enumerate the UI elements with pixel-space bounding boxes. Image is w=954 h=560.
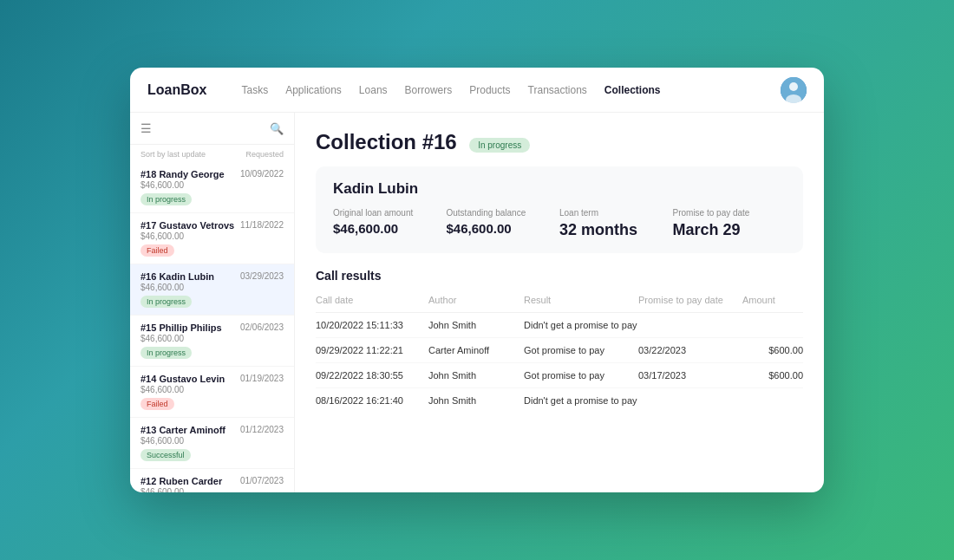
nav-transactions[interactable]: Transactions [528,84,587,96]
stat-original-loan-value: $46,600.00 [333,221,447,236]
item-14-date: 01/19/2023 [240,374,284,383]
item-16-date: 03/29/2023 [240,271,284,281]
item-14-badge: Failed [140,398,174,410]
stat-outstanding-balance: Outstanding balance $46,600.00 [447,208,560,239]
sidebar-toolbar: ☰ 🔍 [130,113,294,145]
table-header-row: Call date Author Result Promise to pay d… [316,291,803,313]
item-15-badge: In progress [140,347,192,359]
stat-promise-date-label: Promise to pay date [673,208,787,218]
item-12-date: 01/07/2023 [240,476,284,485]
filter-icon[interactable]: ☰ [140,121,152,135]
status-badge: In progress [469,138,530,153]
cell-promise-date [638,388,742,413]
item-16-badge: In progress [140,296,192,308]
col-header-date: Call date [316,291,428,313]
item-13-date: 01/12/2023 [240,425,284,434]
sidebar: ☰ 🔍 Sort by last update Requested 10/09/… [130,113,295,492]
item-17-amount: $46,600.00 [140,231,284,241]
cell-date: 08/16/2022 16:21:40 [316,388,428,413]
nav-links: Tasks Applications Loans Borrowers Produ… [241,84,781,96]
stat-loan-term-label: Loan term [559,208,673,218]
nav-loans[interactable]: Loans [359,84,388,96]
cell-amount: $600.00 [742,338,803,363]
stat-original-loan: Original loan amount $46,600.00 [333,208,447,239]
detail-title-row: Collection #16 In progress [316,130,803,154]
cell-author: John Smith [428,388,524,413]
cell-amount [742,313,803,338]
nav-applications[interactable]: Applications [285,84,342,96]
nav-products[interactable]: Products [469,84,510,96]
stat-outstanding-balance-value: $46,600.00 [447,221,560,236]
call-results-table: Call date Author Result Promise to pay d… [316,291,803,413]
col-header-result: Result [524,291,638,313]
requested-label: Requested [245,150,284,159]
stat-outstanding-balance-label: Outstanding balance [447,208,560,218]
detail-title: Collection #16 [316,130,457,153]
item-16-amount: $46,600.00 [140,283,284,292]
sidebar-item-12[interactable]: 01/07/2023 #12 Ruben Carder $46,600.00 S… [130,469,294,492]
table-row: 09/29/2022 11:22:21 Carter Aminoff Got p… [316,338,803,363]
cell-promise-date: 03/17/2023 [638,363,742,388]
item-13-amount: $46,600.00 [140,436,284,446]
col-header-author: Author [428,291,524,313]
cell-amount [742,388,803,413]
cell-author: John Smith [428,363,524,388]
stat-promise-date-value: March 29 [673,221,787,239]
cell-date: 10/20/2022 15:11:33 [316,313,428,338]
item-17-date: 11/18/2022 [240,220,284,230]
stat-loan-term: Loan term 32 months [559,208,673,239]
avatar-icon [781,77,807,103]
cell-promise-date: 03/22/2023 [638,338,742,363]
item-18-badge: In progress [140,193,192,205]
table-row: 09/22/2022 18:30:55 John Smith Got promi… [316,363,803,388]
stat-original-loan-label: Original loan amount [333,208,447,218]
item-14-amount: $46,600.00 [140,385,284,394]
sidebar-item-14[interactable]: 01/19/2023 #14 Gustavo Levin $46,600.00 … [130,367,294,418]
cell-author: Carter Aminoff [428,338,524,363]
cell-promise-date [638,313,742,338]
sidebar-item-18[interactable]: 10/09/2022 #18 Randy George $46,600.00 I… [130,162,294,213]
search-icon[interactable]: 🔍 [270,122,284,135]
sidebar-header: Sort by last update Requested [130,145,294,162]
cell-author: John Smith [428,313,524,338]
nav-borrowers[interactable]: Borrowers [405,84,453,96]
sidebar-item-16[interactable]: 03/29/2023 #16 Kadin Lubin $46,600.00 In… [130,264,294,316]
cell-result: Didn't get a promise to pay [524,313,638,338]
sidebar-item-13[interactable]: 01/12/2023 #13 Carter Aminoff $46,600.00… [130,418,294,469]
main-content: ☰ 🔍 Sort by last update Requested 10/09/… [130,113,824,492]
borrower-card: Kadin Lubin Original loan amount $46,600… [316,166,803,253]
stat-loan-term-value: 32 months [559,221,673,239]
item-15-date: 02/06/2023 [240,322,284,332]
app-logo: LoanBox [147,82,206,98]
sidebar-item-17[interactable]: 11/18/2022 #17 Gustavo Vetrovs $46,600.0… [130,213,294,264]
table-row: 08/16/2022 16:21:40 John Smith Didn't ge… [316,388,803,413]
item-13-badge: Successful [140,449,191,461]
app-window: LoanBox Tasks Applications Loans Borrowe… [130,68,824,492]
cell-date: 09/29/2022 11:22:21 [316,338,428,363]
call-results: Call results Call date Author Result Pro… [316,269,803,413]
nav-bar: LoanBox Tasks Applications Loans Borrowe… [130,68,824,113]
cell-result: Got promise to pay [524,363,638,388]
col-header-amount: Amount [742,291,803,313]
svg-point-1 [789,82,798,91]
sort-label: Sort by last update [140,150,206,159]
item-15-amount: $46,600.00 [140,334,284,343]
borrower-name: Kadin Lubin [333,180,786,198]
cell-result: Didn't get a promise to pay [524,388,638,413]
detail-panel: Collection #16 In progress Kadin Lubin O… [295,113,824,492]
cell-amount: $600.00 [742,363,803,388]
item-18-date: 10/09/2022 [240,169,284,179]
item-18-amount: $46,600.00 [140,180,284,190]
cell-date: 09/22/2022 18:30:55 [316,363,428,388]
nav-tasks[interactable]: Tasks [241,84,268,96]
cell-result: Got promise to pay [524,338,638,363]
col-header-promise: Promise to pay date [638,291,742,313]
avatar[interactable] [781,77,807,103]
nav-collections[interactable]: Collections [604,84,661,96]
stat-promise-date: Promise to pay date March 29 [673,208,787,239]
sidebar-item-15[interactable]: 02/06/2023 #15 Phillip Philips $46,600.0… [130,316,294,367]
borrower-stats: Original loan amount $46,600.00 Outstand… [333,208,786,239]
call-results-title: Call results [316,269,803,283]
item-17-badge: Failed [140,244,174,257]
table-row: 10/20/2022 15:11:33 John Smith Didn't ge… [316,313,803,338]
